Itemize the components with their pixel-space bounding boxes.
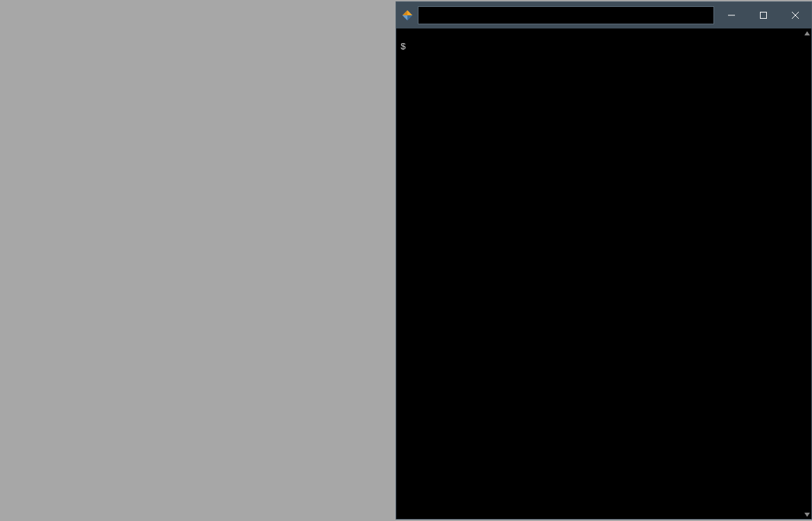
- maximize-button[interactable]: [747, 2, 779, 28]
- content-area: $: [396, 28, 811, 519]
- close-icon: [792, 12, 799, 19]
- terminal-output[interactable]: $: [396, 28, 802, 519]
- svg-marker-9: [804, 31, 810, 35]
- maximize-icon: [760, 12, 767, 19]
- terminal-line: $: [400, 42, 798, 52]
- chevron-down-icon: [804, 513, 810, 517]
- titlebar[interactable]: [396, 2, 811, 28]
- diamond-app-icon: [401, 9, 414, 22]
- svg-rect-6: [761, 13, 767, 19]
- scroll-up-button[interactable]: [802, 28, 811, 38]
- minimize-icon: [728, 12, 735, 19]
- chevron-up-icon: [804, 31, 810, 35]
- window-controls: [716, 2, 811, 28]
- terminal-window: $: [396, 1, 812, 520]
- app-icon: [398, 2, 417, 28]
- address-input[interactable]: [418, 6, 714, 24]
- vertical-scrollbar[interactable]: [802, 28, 811, 519]
- close-button[interactable]: [779, 2, 811, 28]
- scroll-down-button[interactable]: [802, 510, 811, 519]
- svg-marker-10: [804, 513, 810, 517]
- terminal-line: [400, 31, 798, 42]
- minimize-button[interactable]: [716, 2, 747, 28]
